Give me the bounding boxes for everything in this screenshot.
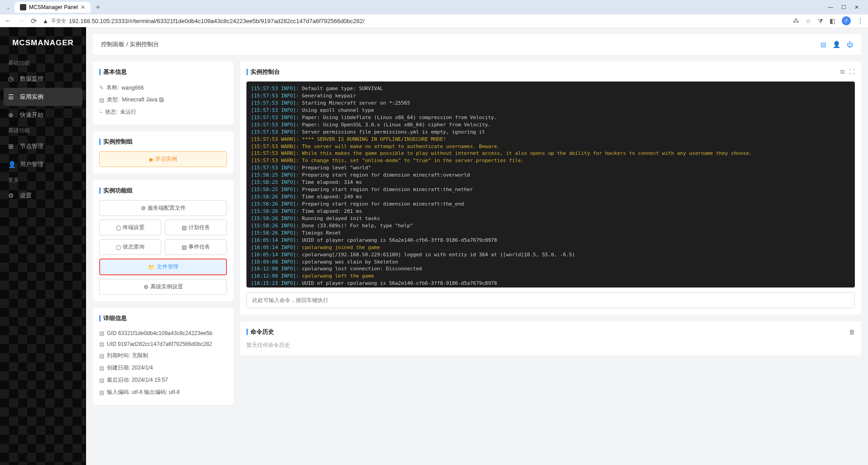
cal-icon: ▤	[99, 377, 104, 384]
sidebar-label: 设置	[20, 192, 32, 200]
extensions-icon[interactable]: ⧩	[818, 17, 823, 25]
sidepanel-icon[interactable]: ◧	[829, 17, 835, 24]
sidebar: MCSMANAGER 基础功能 ◷ 数据监控 ☰ 应用实例 ⊕ 快速开始 高级功…	[0, 27, 86, 465]
back-icon[interactable]: ←	[5, 17, 12, 24]
instances-icon: ☰	[8, 93, 14, 101]
sidebar-item-users[interactable]: 👤 用户管理	[0, 155, 86, 173]
gid-line: ▤GID 63321f1de0db4c109a43c8c24223ee5b	[99, 328, 227, 339]
browser-tab[interactable]: MCSManager Panel ✕	[14, 2, 91, 13]
sidebar-item-instances[interactable]: ☰ 应用实例	[4, 88, 82, 106]
card-title: 基本信息	[99, 68, 227, 76]
history-empty-text: 暂无任何命令历史	[246, 341, 855, 349]
fullscreen-icon[interactable]: ⛶	[849, 68, 855, 76]
status-icon: ~	[99, 109, 102, 115]
terminal-line: [16:05:14 INFO]: cpolarwang joined the g…	[251, 244, 850, 251]
minimize-icon[interactable]: —	[828, 4, 833, 10]
menu-icon[interactable]: ⋮	[857, 17, 863, 24]
doc-icon: ▤	[99, 341, 104, 347]
terminal-line: [15:57:53 INFO]: Paper: Using libdeflate…	[251, 114, 850, 121]
url-field[interactable]: ▲ 不安全 192.168.50.105:23333/#/terminal/63…	[43, 18, 787, 24]
translate-icon[interactable]: ⁂	[793, 17, 799, 24]
open-instance-button[interactable]: ▶ 开启实例	[99, 151, 227, 167]
terminal-line: [15:58:26 INFO]: Done (33.689s)! For hel…	[251, 222, 850, 230]
command-input[interactable]	[246, 292, 855, 308]
info-name: ✎ 名称: wang666	[99, 81, 227, 94]
advanced-settings-button[interactable]: ⚙ 高级实例设置	[99, 279, 227, 295]
terminal-settings-button[interactable]: ▢ 终端设置	[99, 220, 161, 235]
sidebar-item-quickstart[interactable]: ⊕ 快速开始	[0, 106, 86, 124]
terminal-line: [15:58:26 INFO]: Timings Reset	[251, 230, 850, 237]
user-icon[interactable]: 👤	[833, 41, 840, 48]
terminal-line: [15:58:25 INFO]: Preparing start region …	[251, 172, 850, 179]
card-title: 实例功能组	[99, 187, 227, 195]
terminal-line: [15:57:53 INFO]: Starting Minecraft serv…	[251, 100, 850, 107]
terminal-icon: ▢	[116, 225, 121, 231]
folder-icon: 📁	[148, 264, 155, 270]
terminal-line: [15:57:53 INFO]: Default game type: SURV…	[251, 85, 850, 92]
cal-icon: ▤	[99, 365, 104, 371]
expire-line: ▤到期时间: 无限制	[99, 350, 227, 362]
new-tab-button[interactable]: +	[92, 2, 103, 13]
quickstart-icon: ⊕	[8, 111, 14, 119]
reload-icon[interactable]: ⟳	[30, 17, 37, 24]
terminal-line: [16:12:08 INFO]: cpolarwang left the gam…	[251, 273, 850, 280]
uid-line: ▤UID 9197ad282cc147d7a6f792566d0bc282	[99, 339, 227, 350]
terminal-line: [15:57:53 INFO]: Server permissions file…	[251, 129, 850, 136]
forward-icon[interactable]: →	[17, 17, 24, 24]
info-status: ~ 状态: 未运行	[99, 106, 227, 118]
terminal-line: [16:12:08 INFO]: cpolarwang lost connect…	[251, 265, 850, 273]
sidebar-section-basic: 基础功能	[0, 57, 86, 70]
status-query-button[interactable]: ▢ 状态查询	[99, 239, 161, 255]
sidebar-label: 节点管理	[20, 142, 43, 150]
scheduled-tasks-button[interactable]: ▤ 计划任务	[165, 220, 227, 235]
created-line: ▤创建日期: 2024/1/4	[99, 362, 227, 374]
query-icon: ▢	[116, 244, 121, 250]
terminal-line: [15:57:53 WARN]: **** SERVER IS RUNNING …	[251, 136, 850, 143]
terminal-line: [15:57:53 WARN]: To change this, set "on…	[251, 157, 850, 164]
trash-icon[interactable]: 🗑	[849, 329, 855, 336]
url-text: 192.168.50.105:23333/#/terminal/63321f1d…	[69, 18, 365, 24]
card-title: 命令历史 🗑	[246, 328, 855, 336]
basic-info-card: 基本信息 ✎ 名称: wang666 ▤ 类型: Minecraft Java …	[93, 62, 233, 125]
info-type: ▤ 类型: Minecraft Java 版	[99, 94, 227, 106]
breadcrumb-current: 实例控制台	[130, 41, 159, 48]
terminal-line: [15:57:53 INFO]: Preparing level "world"	[251, 164, 850, 172]
server-config-button[interactable]: ⚙ 服务端配置文件	[99, 200, 227, 216]
bookmark-icon[interactable]: ☆	[805, 17, 811, 24]
sidebar-section-more: 更多	[0, 173, 86, 187]
terminal-line: [16:09:08 INFO]: cpolarwang was slain by…	[251, 259, 850, 266]
terminal-line: [15:57:53 INFO]: Using epoll channel typ…	[251, 107, 850, 114]
console-card: 实例控制台 ⧉ ⛶ [15:57:53 INFO]: Default game …	[240, 62, 861, 315]
terminal-line: [15:57:53 INFO]: Paper: Using OpenSSL 3.…	[251, 121, 850, 129]
breadcrumb-root[interactable]: 控制面板	[101, 41, 125, 48]
terminal-line: [16:05:14 INFO]: UUID of player cpolarwa…	[251, 237, 850, 244]
profile-avatar[interactable]: 子	[842, 16, 851, 25]
sidebar-item-settings[interactable]: ⚙ 设置	[0, 187, 86, 205]
popout-icon[interactable]: ⧉	[840, 68, 844, 76]
file-mgmt-button[interactable]: 📁 文件管理	[99, 259, 227, 275]
sidebar-item-monitoring[interactable]: ◷ 数据监控	[0, 70, 86, 88]
pencil-icon: ✎	[99, 85, 104, 91]
power-icon[interactable]: ⏻	[847, 41, 853, 48]
gear-icon: ⚙	[8, 192, 14, 199]
sidebar-item-nodes[interactable]: ⊞ 节点管理	[0, 137, 86, 155]
users-icon: 👤	[8, 161, 14, 168]
encoding-line: ▤输入编码: utf-8 输出编码: utf-8	[99, 386, 227, 398]
logo: MCSMANAGER	[0, 34, 86, 57]
gear-icon: ⚙	[144, 284, 149, 290]
cmd-history-card: 命令历史 🗑 暂无任何命令历史	[240, 321, 861, 355]
maximize-icon[interactable]: ☐	[841, 4, 846, 10]
calendar-icon: ▤	[182, 225, 187, 231]
card-icon[interactable]: ▤	[820, 41, 826, 48]
event-tasks-button[interactable]: ▤ 事件任务	[165, 239, 227, 255]
terminal-output[interactable]: [15:57:53 INFO]: Default game type: SURV…	[246, 81, 855, 288]
terminal-line: [15:58:25 INFO]: Time elapsed: 314 ms	[251, 179, 850, 186]
event-icon: ▤	[182, 244, 187, 250]
close-window-icon[interactable]: ✕	[854, 4, 859, 10]
terminal-line: [16:05:14 INFO]: cpolarwang[/192.168.50.…	[251, 251, 850, 259]
func-group-card: 实例功能组 ⚙ 服务端配置文件 ▢ 终端设置 ▤ 计划任务	[93, 180, 233, 301]
terminal-line: [15:58:26 INFO]: Running delayed init ta…	[251, 215, 850, 222]
close-tab-icon[interactable]: ✕	[81, 4, 85, 10]
terminal-line: [15:57:53 WARN]: While this makes the ga…	[251, 150, 850, 157]
tab-dropdown-icon[interactable]: ⌄	[4, 5, 13, 10]
